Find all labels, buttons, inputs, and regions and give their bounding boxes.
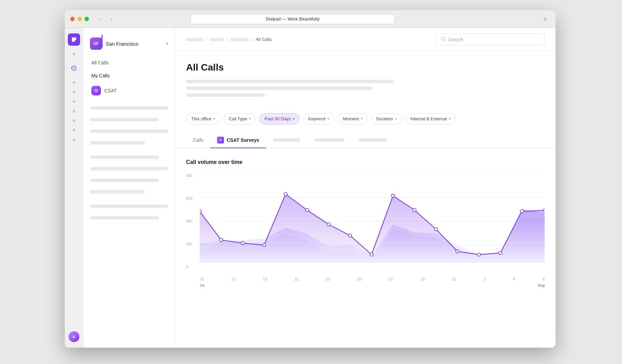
y-axis: 800 600 400 200 0: [186, 173, 192, 269]
minimize-button[interactable]: [77, 17, 82, 21]
csat-label: CSAT: [104, 88, 117, 93]
skeleton-bar-3: [90, 130, 168, 133]
filter-duration[interactable]: Duration ▾: [371, 113, 402, 124]
all-calls-label: All Calls: [91, 60, 109, 65]
rail-dot-3: [73, 91, 75, 93]
active-indicator: [102, 35, 103, 47]
x-label-27: 27: [389, 277, 393, 281]
url-text: Dialpad — Work Beautifully: [266, 16, 320, 21]
tab-calls[interactable]: Calls: [186, 133, 210, 148]
point-11: [434, 228, 438, 231]
user-avatar[interactable]: A: [69, 331, 79, 342]
tab-csat-surveys[interactable]: N CSAT Surveys: [210, 133, 266, 148]
x-label-19: 19: [263, 277, 267, 281]
reload-button[interactable]: ↻: [541, 14, 550, 24]
avatar-initials: A: [73, 335, 75, 339]
point-3: [262, 243, 266, 246]
breadcrumb-item-2: [210, 38, 224, 41]
csat-icon-letter: N: [95, 88, 98, 93]
breadcrumb-active: All Calls: [256, 37, 272, 42]
close-button[interactable]: [70, 17, 75, 21]
dialpad-logo-icon[interactable]: [68, 33, 80, 46]
y-label-800: 800: [186, 173, 192, 178]
x-label-31: 31: [452, 277, 456, 281]
page-title: All Calls: [186, 62, 545, 73]
filter-keyword-label: Keyword: [308, 116, 325, 121]
sidebar-item-all-calls[interactable]: All Calls: [87, 57, 171, 69]
rail-dot-7: [73, 129, 75, 132]
filter-past-30-days-chevron: ▾: [293, 117, 294, 121]
my-calls-label: My Calls: [91, 73, 110, 78]
y-label-600: 600: [186, 196, 192, 200]
month-jul: Jul: [200, 283, 204, 287]
filter-this-office[interactable]: This office ▾: [186, 113, 220, 124]
svg-point-5: [74, 39, 76, 41]
filter-duration-chevron: ▾: [395, 117, 397, 121]
url-bar[interactable]: Dialpad — Work Beautifully: [191, 14, 395, 24]
search-bar[interactable]: Search: [436, 33, 545, 45]
workspace-avatar: SF: [90, 37, 102, 50]
filter-call-type[interactable]: Call Type ▾: [224, 113, 256, 124]
point-5: [305, 209, 309, 212]
chart-section: Call volume over time: [175, 148, 556, 300]
sidebar-item-my-calls[interactable]: My Calls: [87, 70, 171, 82]
point-13: [477, 253, 481, 256]
x-label-4: 4: [513, 277, 515, 281]
x-label-17: 17: [231, 277, 236, 281]
breadcrumb-sep-1: /: [206, 37, 207, 42]
point-9: [391, 194, 395, 197]
filter-past-30-days[interactable]: Past 30 Days ▾: [259, 113, 300, 124]
filter-internal-external-chevron: ▾: [449, 117, 451, 121]
y-label-400: 400: [186, 219, 192, 223]
filters-row: This office ▾ Call Type ▾ Past 30 Days ▾…: [175, 113, 556, 133]
back-button[interactable]: ‹: [96, 14, 105, 24]
filter-internal-external[interactable]: Internal & External ▾: [405, 113, 456, 124]
svg-point-9: [441, 37, 444, 40]
loading-bars: [186, 80, 545, 97]
x-label-29: 29: [421, 277, 425, 281]
forward-button[interactable]: ›: [107, 14, 116, 24]
x-label-15: 15: [200, 277, 204, 281]
tab-csat-icon: N: [217, 137, 224, 143]
tab-csat-label: CSAT Surveys: [227, 137, 259, 143]
svg-point-7: [73, 40, 75, 42]
sidebar-nav: All Calls My Calls N CSAT: [83, 57, 175, 100]
skeleton-bar-6: [90, 167, 168, 170]
x-label-21: 21: [294, 277, 299, 281]
point-0: [200, 210, 201, 213]
filter-duration-label: Duration: [376, 116, 393, 121]
x-label-2: 2: [484, 277, 486, 281]
workspace-chevron-icon: ▾: [166, 41, 168, 46]
point-8: [370, 253, 373, 256]
loading-bar-1: [186, 80, 394, 83]
history-icon[interactable]: [68, 62, 80, 74]
tab-skeleton-2: [314, 138, 345, 142]
sidebar-item-csat[interactable]: N CSAT: [87, 82, 171, 99]
filter-this-office-chevron: ▾: [213, 117, 215, 121]
breadcrumb-item-1: [186, 38, 203, 41]
workspace-selector[interactable]: SF San Francisco ▾: [83, 35, 175, 57]
icon-rail: A: [65, 28, 83, 348]
sidebar: SF San Francisco ▾ All Calls My Calls N …: [83, 28, 175, 348]
point-7: [348, 234, 352, 237]
point-14: [499, 252, 502, 255]
filter-keyword[interactable]: Keyword ▾: [303, 113, 334, 124]
x-label-6: 6: [543, 277, 545, 281]
skeleton-bar-4: [90, 141, 145, 145]
breadcrumb: / / / All Calls: [186, 37, 430, 42]
filter-call-type-chevron: ▾: [249, 117, 251, 121]
filter-moment[interactable]: Moment ▾: [338, 113, 368, 124]
app-window: ‹ › Dialpad — Work Beautifully ↻: [65, 10, 556, 348]
maximize-button[interactable]: [85, 17, 89, 21]
breadcrumb-sep-2: /: [226, 37, 228, 42]
filter-internal-external-label: Internal & External: [410, 116, 447, 121]
tab-skeleton-1: [273, 138, 300, 142]
point-4: [284, 193, 287, 196]
skeleton-bar-2: [90, 118, 159, 121]
titlebar: ‹ › Dialpad — Work Beautifully ↻: [65, 10, 556, 28]
rail-dot-5: [73, 110, 75, 112]
tabs-row: Calls N CSAT Surveys: [175, 133, 556, 148]
skeleton-bar-8: [90, 190, 145, 194]
filter-moment-chevron: ▾: [361, 117, 363, 121]
breadcrumb-item-3: [230, 38, 249, 41]
